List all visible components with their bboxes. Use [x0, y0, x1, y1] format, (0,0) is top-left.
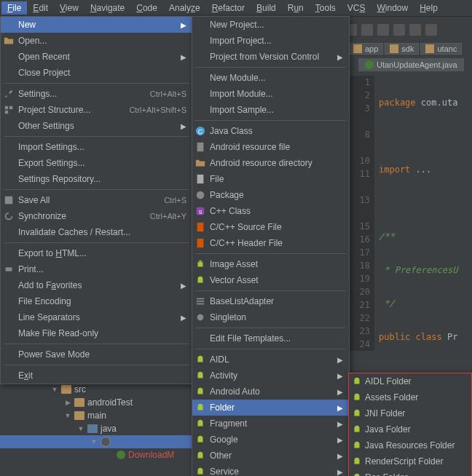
file-menu-project-structure[interactable]: Project Structure...Ctrl+Alt+Shift+S	[1, 102, 192, 118]
folder-jni[interactable]: JNI Folder	[349, 405, 471, 421]
new-singleton[interactable]: Singleton	[192, 309, 349, 325]
toolbar-icon[interactable]	[377, 24, 389, 36]
tree-node-src[interactable]: ▼src	[0, 383, 192, 396]
tree-node-class[interactable]: DownloadM	[0, 448, 192, 461]
file-menu-save-all[interactable]: Save AllCtrl+S	[1, 192, 192, 208]
folder-assets[interactable]: Assets Folder	[349, 389, 471, 405]
menu-view[interactable]: View	[54, 1, 84, 15]
menu-code[interactable]: Code	[130, 1, 163, 15]
tree-node-java[interactable]: ▼java	[0, 422, 192, 435]
menu-tools[interactable]: Tools	[310, 1, 342, 15]
new-fragment[interactable]: Fragment▶	[192, 416, 349, 432]
new-image-asset[interactable]: Image Asset	[192, 256, 349, 272]
file-menu-synchronize[interactable]: SynchronizeCtrl+Alt+Y	[1, 208, 192, 224]
new-import-project[interactable]: Import Project...	[192, 33, 349, 49]
new-folder[interactable]: Folder▶	[192, 400, 349, 416]
new-from-vcs[interactable]: Project from Version Control▶	[192, 49, 349, 65]
menu-help[interactable]: Help	[414, 1, 444, 15]
file-menu-open-recent[interactable]: Open Recent▶	[1, 49, 192, 65]
toolbar-icon[interactable]	[409, 24, 421, 36]
menu-run[interactable]: Run	[282, 1, 310, 15]
menu-window[interactable]: Window	[371, 1, 414, 15]
submenu-arrow-icon: ▶	[337, 53, 343, 61]
new-activity[interactable]: Activity▶	[192, 368, 349, 384]
menu-label: New Module...	[210, 73, 266, 83]
separator	[195, 290, 346, 291]
file-menu-line-separators[interactable]: Line Separators▶	[1, 309, 192, 325]
submenu-arrow-icon: ▶	[337, 436, 343, 444]
new-other[interactable]: Other▶	[192, 448, 349, 464]
new-c-header[interactable]: C/C++ Header File	[192, 235, 349, 251]
file-menu-power-save[interactable]: Power Save Mode	[1, 346, 192, 362]
new-cpp-class[interactable]: SC++ Class	[192, 203, 349, 219]
file-menu-invalidate[interactable]: Invalidate Caches / Restart...	[1, 224, 192, 240]
file-menu-import-settings[interactable]: Import Settings...	[1, 139, 192, 155]
new-vector-asset[interactable]: Vector Asset	[192, 272, 349, 288]
line-number: 19	[350, 272, 370, 285]
line-number: 17	[350, 246, 370, 259]
crumb-app[interactable]: app	[348, 43, 383, 55]
c-source-icon	[195, 222, 205, 232]
file-menu-exit[interactable]: Exit	[1, 368, 192, 384]
folder-java[interactable]: Java Folder	[349, 421, 471, 437]
file-menu-print[interactable]: Print...	[1, 261, 192, 277]
folder-res[interactable]: Res Folder	[349, 469, 471, 476]
new-edit-templates[interactable]: Edit File Templates...	[192, 330, 349, 346]
sync-icon	[4, 211, 14, 221]
new-service[interactable]: Service▶	[192, 464, 349, 476]
file-menu-close-project[interactable]: Close Project	[1, 65, 192, 81]
folder-renderscript[interactable]: RenderScript Folder	[349, 453, 471, 469]
file-menu-export-settings[interactable]: Export Settings...	[1, 155, 192, 171]
crumb-label: app	[365, 44, 378, 53]
new-java-class[interactable]: CJava Class	[192, 123, 349, 139]
menu-label: Synchronize	[18, 211, 66, 221]
new-project[interactable]: New Project...	[192, 17, 349, 33]
new-aidl[interactable]: AIDL▶	[192, 352, 349, 368]
class-icon: C	[195, 126, 205, 136]
new-android-auto[interactable]: Android Auto▶	[192, 384, 349, 400]
new-module[interactable]: New Module...	[192, 70, 349, 86]
new-android-res-file[interactable]: Android resource file	[192, 139, 349, 155]
new-c-source[interactable]: C/C++ Source File	[192, 219, 349, 235]
menu-analyze[interactable]: Analyze	[163, 1, 206, 15]
folder-icon	[390, 44, 398, 53]
file-menu-other-settings[interactable]: Other Settings▶	[1, 118, 192, 134]
file-menu-settings[interactable]: Settings...Ctrl+Alt+S	[1, 86, 192, 102]
menu-file[interactable]: File	[1, 1, 27, 15]
menu-edit[interactable]: Edit	[27, 1, 54, 15]
tree-node-main[interactable]: ▼main	[0, 409, 192, 422]
file-menu-settings-repo[interactable]: Settings Repository...	[1, 171, 192, 187]
new-baselist[interactable]: BaseListAdapter	[192, 293, 349, 309]
crumb-utanc[interactable]: utanc	[420, 43, 462, 55]
menu-refactor[interactable]: Refactor	[206, 1, 251, 15]
menu-navigate[interactable]: Navigate	[84, 1, 130, 15]
toolbar-icon[interactable]	[425, 24, 437, 36]
file-menu-readonly[interactable]: Make File Read-only	[1, 325, 192, 341]
file-menu-add-favorites[interactable]: Add to Favorites▶	[1, 277, 192, 293]
menu-vcs[interactable]: VCS	[342, 1, 371, 15]
folder-icon	[425, 44, 434, 53]
folder-aidl[interactable]: AIDL Folder	[349, 373, 471, 389]
tree-node-androidtest[interactable]: ▶androidTest	[0, 396, 192, 409]
line-number: 23	[350, 325, 370, 338]
toolbar-icon[interactable]	[361, 24, 373, 36]
folder-java-res[interactable]: Java Resources Folder	[349, 437, 471, 453]
new-import-sample[interactable]: Import Sample...	[192, 102, 349, 118]
crumb-sdk[interactable]: sdk	[385, 43, 419, 55]
new-file[interactable]: File	[192, 171, 349, 187]
file-menu-export-html[interactable]: Export to HTML...	[1, 245, 192, 261]
file-menu-new[interactable]: New▶	[1, 17, 192, 33]
file-menu-file-encoding[interactable]: File Encoding	[1, 293, 192, 309]
new-import-module[interactable]: Import Module...	[192, 86, 349, 102]
submenu-arrow-icon: ▶	[337, 356, 343, 364]
new-google[interactable]: Google▶	[192, 432, 349, 448]
menu-build[interactable]: Build	[251, 1, 282, 15]
android-folder-icon	[352, 440, 362, 451]
file-menu-open[interactable]: Open...	[1, 33, 192, 49]
new-package[interactable]: Package	[192, 187, 349, 203]
editor-tab[interactable]: UtanUpdateAgent.java	[358, 58, 464, 71]
toolbar-icon[interactable]	[393, 24, 405, 36]
tree-node-package[interactable]: ▼	[0, 435, 192, 448]
code-comment: * PreferencesU	[379, 265, 457, 275]
new-android-res-dir[interactable]: Android resource directory	[192, 155, 349, 171]
